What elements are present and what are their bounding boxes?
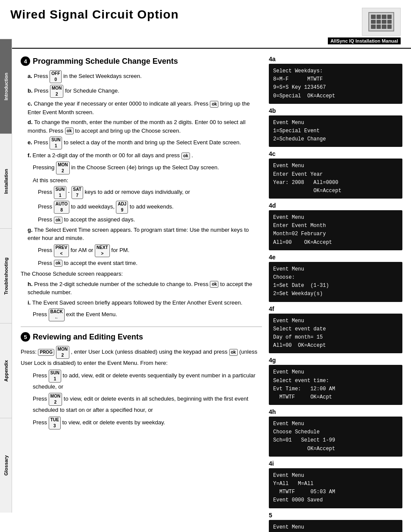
screen-label-4d: 4d — [269, 202, 402, 209]
key-mon2-s5: MON2 — [56, 346, 69, 359]
step-f-sub1-mid: - — [68, 189, 72, 195]
sidebar: Introduction Installation Troubleshootin… — [0, 39, 12, 513]
step-e-text2: to select a day of the month and bring u… — [64, 139, 241, 146]
screen-4f: Event Menu Select event date Day of mont… — [269, 314, 402, 354]
device-key — [387, 20, 392, 24]
step-b: b. Press MON2 for Schedule Change. — [28, 85, 262, 98]
section5-sub2: Press MON2 to view, edit or delete event… — [33, 393, 262, 414]
screen-5: Event Menu View Events by 1=Schedule/Eve… — [269, 520, 402, 532]
screen-label-4f: 4f — [269, 305, 402, 312]
device-key — [382, 20, 386, 24]
step-g-sub2: Press ok to accept the event start time. — [38, 259, 262, 268]
section5-sub3: Press TUE3 to view, edit or delete event… — [33, 417, 262, 429]
pressing-text: Pressing — [33, 164, 56, 171]
sidebar-tab-installation[interactable]: Installation — [0, 134, 12, 228]
device-key — [371, 15, 376, 19]
step-f-sub2-text: Press — [38, 203, 54, 210]
key-sun1-f: SUN1 — [54, 186, 66, 199]
step-back: Press BACK← exit the Event Menu. — [33, 308, 262, 321]
key-sat7: SAT7 — [72, 186, 83, 199]
device-key — [377, 25, 381, 29]
device-key — [387, 15, 392, 19]
section5-number: 5 — [21, 332, 30, 342]
screen-4b: Event Menu 1=Special Event 2=Schedule Ch… — [269, 115, 402, 147]
pressing-text2: in the Choose Screen (4e) brings up the … — [71, 164, 219, 171]
step-e-text: Press — [34, 139, 50, 146]
step-a-text2: in the Select Weekdays screen. — [63, 73, 142, 79]
step-e-label: e. — [28, 139, 34, 146]
step-c: c. Change the year if necessary or enter… — [28, 100, 262, 116]
step-i-label: i. — [28, 299, 32, 306]
sidebar-tab-glossary[interactable]: Glossary — [0, 418, 12, 513]
device-key — [382, 25, 386, 29]
sidebar-tab-troubleshooting[interactable]: Troubleshooting — [0, 228, 12, 323]
key-prev: PREV< — [54, 244, 69, 257]
section-divider — [21, 327, 262, 327]
page-header: Wired Signal Circuit Option AllSync IQ I… — [0, 0, 411, 49]
section4-number: 4 — [21, 56, 30, 66]
device-image — [362, 8, 401, 36]
step-d: d. To change the month, enter the number… — [28, 118, 262, 135]
step-f-sub3: Press ok to accept the assigned days. — [38, 215, 262, 224]
step-i: i. The Event Saved screen briefly appear… — [28, 299, 262, 307]
device-inner — [368, 12, 394, 31]
section5-sub2-text: Press — [33, 395, 49, 402]
key-next: NEXT> — [95, 244, 110, 257]
key-tue3: TUE3 — [49, 417, 61, 429]
section4-title: Programming Schedule Change Events — [33, 57, 178, 66]
step-f-sub2-text3: to add weekends. — [130, 203, 174, 210]
section4-header: 4 Programming Schedule Change Events — [21, 56, 262, 66]
key-ok-d: ok — [65, 128, 74, 134]
device-key — [377, 15, 381, 19]
step-f: f. Enter a 2-digit day of the month or 0… — [28, 151, 262, 160]
step-g-sub1-text: Press — [38, 247, 54, 253]
screen-label-4c: 4c — [269, 150, 402, 157]
step-back-text: Press — [33, 311, 49, 317]
screen-label-4a: 4a — [269, 56, 402, 62]
key-ok-c: ok — [210, 101, 218, 108]
screen-label-4e: 4e — [269, 254, 402, 261]
step-i-text: The Event Saved screen briefly appears f… — [32, 299, 243, 306]
step-b-text2: for Schedule Change. — [65, 87, 119, 94]
key-sun1: SUN1 — [50, 137, 62, 149]
step-d-text2: to accept and bring up the Choose screen… — [75, 128, 181, 134]
screen-label-4g: 4g — [269, 357, 402, 364]
step-f-period: . — [192, 152, 193, 159]
step-g-sub2-text2: to accept the event start time. — [64, 260, 137, 266]
key-ok-g: ok — [54, 260, 62, 267]
step-f-label: f. — [28, 152, 33, 159]
step-back-text2: exit the Event Menu. — [66, 311, 117, 317]
step-f-sub2: Press AUTO8 to add weekdays, ADJ9 to add… — [38, 201, 262, 214]
screen-4c: Event Menu Enter Event Year Year: 2008 A… — [269, 159, 402, 199]
step-f-sub2-text2: to add weekdays, — [71, 203, 116, 210]
step-g-text: The Select Event Time screen appears. To… — [28, 227, 249, 242]
step-f-sub3-text: Press — [38, 216, 54, 223]
step-e: e. Press SUN1 to select a day of the mon… — [28, 137, 262, 149]
step-a-text: Press — [34, 73, 50, 79]
choose-schedule-text: The Choose Schedule screen reappears: — [21, 270, 262, 278]
step-f-text: Enter a 2-digit day of the month or 00 f… — [33, 152, 181, 159]
step-f-sub3-text2: to accept the assigned days. — [64, 216, 135, 223]
step-b-text: Press — [34, 87, 50, 94]
step-f-pressing: Pressing MON2 in the Choose Screen (4e) … — [33, 162, 262, 174]
step-a: a. Press OFF0 in the Select Weekdays scr… — [28, 70, 262, 83]
screen-4i: Event Menu Y=All M=All MTWTF 05:03 AM Ev… — [269, 468, 402, 508]
key-off0: OFF0 — [50, 70, 62, 83]
section5-header: 5 Reviewing and Editing Events — [21, 332, 262, 342]
screen-4g: Event Menu Select event time: Evt Time: … — [269, 365, 402, 405]
left-column: 4 Programming Schedule Change Events a. … — [21, 53, 262, 532]
step-h-text: Press the 2-digit schedule number of the… — [34, 281, 210, 287]
screen-4h: Event Menu Choose Schedule Sch=01 Select… — [269, 417, 402, 457]
step-h-label: h. — [28, 281, 34, 287]
step-b-label: b. — [28, 87, 34, 94]
section5-sub1: Press SUN1 to add, view, edit or delete … — [33, 370, 262, 391]
key-mon2-f: MON2 — [56, 162, 69, 174]
section5-sub1-text2: to add, view, edit or delete events sequ… — [33, 372, 255, 390]
sidebar-tab-introduction[interactable]: Introduction — [0, 39, 12, 134]
screen-label-4b: 4b — [269, 107, 402, 114]
header-right: AllSync IQ Installation Manual — [328, 8, 401, 44]
section5-sub3-text2: to view, edit or delete events by weekda… — [62, 419, 165, 426]
step-g-sub1-text3: for PM. — [111, 247, 129, 253]
sidebar-tab-appendix[interactable]: Appendix — [0, 323, 12, 418]
key-sun1-s5: SUN1 — [49, 370, 61, 383]
